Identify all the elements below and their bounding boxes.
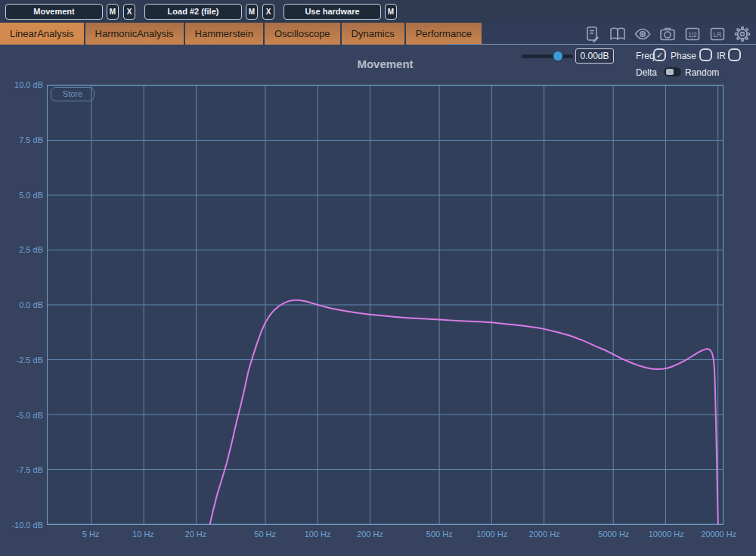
- response-curve: [206, 300, 718, 524]
- freq-checkbox[interactable]: ✓: [653, 48, 666, 61]
- plot-canvas: [48, 85, 723, 524]
- ir-label: IR: [717, 50, 726, 63]
- x-tick-label: 50 Hz: [254, 530, 276, 539]
- slot-1-mute-button[interactable]: M: [107, 4, 119, 20]
- slot-1-remove-button[interactable]: X: [123, 4, 135, 20]
- top-bar: Movement M X Load #2 (file) M X Use hard…: [0, 0, 756, 23]
- slot-3-mute-button[interactable]: M: [385, 4, 397, 20]
- y-tick-label: 0.0 dB: [0, 300, 43, 309]
- delta-label: Delta: [636, 67, 657, 79]
- channel-1-2-icon[interactable]: 1|2: [683, 25, 702, 43]
- x-tick-label: 1000 Hz: [476, 530, 507, 539]
- ir-checkbox[interactable]: [728, 48, 741, 61]
- slot-1-button[interactable]: Movement: [5, 4, 103, 20]
- tab-dynamics[interactable]: Dynamics: [342, 23, 404, 45]
- x-tick-label: 20000 Hz: [701, 530, 736, 539]
- tab-performance[interactable]: Performance: [406, 23, 482, 45]
- slot-3-button[interactable]: Use hardware: [284, 4, 381, 20]
- gain-slider-thumb[interactable]: [553, 51, 562, 61]
- store-button[interactable]: Store: [51, 87, 94, 101]
- tab-harmonic-analysis[interactable]: HarmonicAnalysis: [85, 23, 184, 45]
- x-tick-label: 20 Hz: [185, 530, 207, 539]
- eye-icon[interactable]: [634, 25, 652, 43]
- delta-random-toggle[interactable]: [664, 67, 681, 76]
- analysis-panel: Movement 0.00dB Freq ✓ Phase IR Delta Ra…: [0, 45, 756, 556]
- frequency-response-plot[interactable]: Store: [47, 85, 723, 525]
- x-tick-label: 10000 Hz: [649, 530, 684, 539]
- settings-gear-icon[interactable]: [733, 25, 751, 43]
- x-tick-label: 500 Hz: [426, 530, 453, 539]
- tab-bar: LinearAnalysis HarmonicAnalysis Hammerst…: [0, 23, 756, 45]
- y-tick-label: 7.5 dB: [0, 135, 43, 144]
- slot-2-mute-button[interactable]: M: [246, 4, 258, 20]
- tab-linear-analysis[interactable]: LinearAnalysis: [0, 23, 84, 45]
- tab-hammerstein[interactable]: Hammerstein: [185, 23, 263, 45]
- toolbar-icons: 1|2 LR: [584, 23, 751, 45]
- freq-label: Freq: [636, 50, 655, 63]
- y-tick-label: 5.0 dB: [0, 191, 43, 200]
- toggle-knob[interactable]: [666, 69, 674, 75]
- y-tick-label: 10.0 dB: [0, 80, 43, 89]
- plugin-analyzer-window: Movement M X Load #2 (file) M X Use hard…: [0, 0, 756, 556]
- phase-label: Phase: [671, 50, 696, 63]
- gain-value-field[interactable]: 0.00dB: [575, 48, 614, 64]
- lr-channels-icon[interactable]: LR: [708, 25, 727, 43]
- page-title: Movement: [47, 57, 723, 70]
- svg-text:1|2: 1|2: [688, 30, 697, 38]
- camera-icon[interactable]: [658, 25, 677, 43]
- y-tick-label: -2.5 dB: [0, 356, 43, 365]
- x-tick-label: 5000 Hz: [598, 530, 629, 539]
- x-tick-label: 5 Hz: [82, 530, 100, 539]
- x-tick-label: 200 Hz: [357, 530, 383, 539]
- svg-text:LR: LR: [714, 30, 722, 38]
- y-tick-label: -7.5 dB: [0, 465, 43, 474]
- notes-edit-icon[interactable]: [584, 25, 602, 43]
- x-tick-label: 2000 Hz: [529, 530, 560, 539]
- x-tick-label: 10 Hz: [132, 530, 154, 539]
- y-tick-label: -5.0 dB: [0, 411, 43, 420]
- slot-2-button[interactable]: Load #2 (file): [144, 4, 242, 20]
- y-tick-label: -10.0 dB: [0, 520, 43, 530]
- random-label: Random: [685, 67, 719, 79]
- y-tick-label: 2.5 dB: [0, 245, 43, 254]
- book-icon[interactable]: [609, 25, 627, 43]
- phase-checkbox[interactable]: [699, 48, 712, 61]
- x-tick-label: 100 Hz: [305, 530, 331, 539]
- gain-slider[interactable]: [522, 54, 573, 58]
- slot-2-remove-button[interactable]: X: [262, 4, 274, 20]
- tab-oscilloscope[interactable]: Oscilloscope: [265, 23, 340, 45]
